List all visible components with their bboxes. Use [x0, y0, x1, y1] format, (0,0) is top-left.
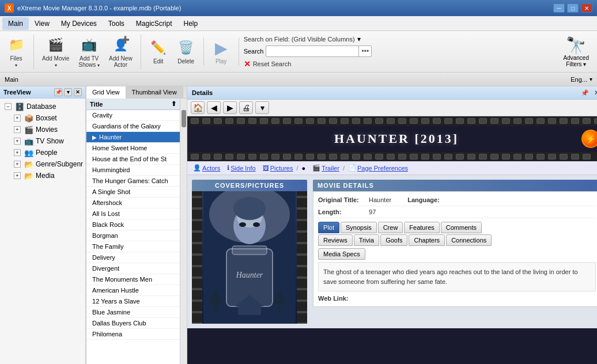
more-button[interactable]: ▾: [255, 101, 269, 114]
grid-row-black-rock[interactable]: Black Rock: [86, 219, 180, 230]
side-info-nav-link[interactable]: ℹ Side Info: [227, 164, 255, 172]
tab-grid-view[interactable]: Grid View: [86, 86, 126, 98]
filmhole: [306, 118, 314, 124]
menu-item-magicscript[interactable]: MagicScript: [130, 17, 178, 30]
menu-item-tools[interactable]: Tools: [103, 17, 130, 30]
grid-row-aftershock[interactable]: Aftershock: [86, 198, 180, 208]
filmhole-b: [398, 154, 406, 160]
grid-row-guardians[interactable]: Guardians of the Galaxy: [86, 121, 180, 132]
grid-row-the-family[interactable]: The Family: [86, 241, 180, 252]
tree-expand-people[interactable]: +: [14, 149, 21, 156]
tab-synopsis[interactable]: Synopsis: [341, 222, 377, 233]
tab-plot[interactable]: Plot: [318, 222, 339, 233]
tab-comments[interactable]: Comments: [441, 222, 482, 233]
files-button[interactable]: 📁 Files▾: [3, 35, 29, 69]
back-button[interactable]: ◀: [207, 101, 221, 114]
grid-panel: Grid View Thumbnail View Title ⬆ Gravity…: [86, 86, 187, 364]
grid-row-home-sweet[interactable]: Home Sweet Home: [86, 143, 180, 154]
grid-row-dallas[interactable]: Dallas Buyers Club: [86, 318, 180, 329]
filmhole: [387, 118, 395, 124]
grid-row-hunger-games[interactable]: The Hunger Games: Catch: [86, 176, 180, 187]
search-dots-button[interactable]: •••: [358, 46, 371, 56]
grid-row-single-shot[interactable]: A Single Shot: [86, 187, 180, 198]
toolbar-group-files: 📁 Files▾: [3, 35, 34, 69]
treeview-menu-button[interactable]: ▾: [64, 88, 72, 96]
add-tv-button[interactable]: 📺 Add TVShows ▾: [75, 35, 103, 69]
menu-item-main[interactable]: Main: [2, 17, 29, 30]
grid-row-delivery[interactable]: Delivery: [86, 252, 180, 263]
tab-crew[interactable]: Crew: [378, 222, 403, 233]
tab-features[interactable]: Features: [404, 222, 439, 233]
grid-row-philomena[interactable]: Philomena: [86, 329, 180, 340]
search-input[interactable]: [266, 47, 358, 56]
grid-row-divergent[interactable]: Divergent: [86, 263, 180, 274]
grid-row-blue-jasmine[interactable]: Blue Jasmine: [86, 307, 180, 318]
page-pref-nav-link[interactable]: 📄 Page Preferences: [348, 164, 408, 172]
grid-row-house[interactable]: House at the End of the St: [86, 154, 180, 165]
media-specs-button[interactable]: Media Specs: [318, 248, 365, 260]
filmhole-b: [502, 154, 510, 160]
play-button[interactable]: ▶ Play: [209, 37, 234, 66]
maximize-button[interactable]: □: [567, 3, 579, 13]
details-pin-button[interactable]: 📌: [580, 88, 590, 97]
tab-goofs[interactable]: Goofs: [380, 234, 407, 246]
grid-row-12-years[interactable]: 12 Years a Slave: [86, 296, 180, 307]
grid-row-all-is-lost[interactable]: All Is Lost: [86, 208, 180, 219]
treeview-pin-button[interactable]: 📌: [54, 88, 62, 96]
tv-icon: 📺: [24, 136, 33, 146]
grid-row-haunter[interactable]: ▶Haunter: [86, 132, 180, 143]
tree-item-genre[interactable]: + 📂 Genre/Subgenr: [0, 158, 85, 170]
tree-expand-genre[interactable]: +: [14, 161, 21, 168]
actors-nav-link[interactable]: 👤 Actors: [193, 164, 220, 172]
menu-item-view[interactable]: View: [29, 17, 55, 30]
delete-button[interactable]: 🗑️ Delete: [173, 37, 199, 66]
tab-reviews[interactable]: Reviews: [318, 234, 353, 246]
app-icon: X: [5, 3, 14, 13]
grid-column-header-title[interactable]: Title ⬆: [86, 98, 180, 110]
title-bar-controls: ─ □ ✕: [553, 3, 592, 13]
tree-expand-boxset[interactable]: +: [14, 115, 21, 122]
tree-expand-database[interactable]: −: [5, 103, 12, 110]
tree-expand-tv-show[interactable]: +: [14, 138, 21, 145]
tab-thumbnail-view[interactable]: Thumbnail View: [126, 86, 183, 98]
tree-item-boxset[interactable]: + 📦 Boxset: [0, 112, 85, 124]
tree-item-database[interactable]: − 🗄️ Database: [0, 101, 85, 112]
treeview-close-button[interactable]: ✕: [74, 88, 82, 96]
page-pref-nav-label: Page Preferences: [357, 165, 408, 172]
grid-row-borgman[interactable]: Borgman: [86, 230, 180, 241]
reset-search-button[interactable]: ✕ Reset Search: [244, 59, 554, 69]
filmhole: [375, 118, 383, 124]
trailer-nav-link[interactable]: 🎬 Trailer: [312, 164, 339, 172]
tab-connections[interactable]: Connections: [446, 234, 492, 246]
tab-trivia[interactable]: Trivia: [354, 234, 379, 246]
web-link-label: Web Link:: [318, 295, 596, 302]
edit-button[interactable]: ✏️ Edit: [146, 37, 171, 66]
add-actor-button[interactable]: 👤 ➕ Add NewActor: [105, 35, 136, 69]
tab-chapters[interactable]: Chapters: [409, 234, 445, 246]
details-close-button[interactable]: ✕: [592, 88, 597, 97]
tree-item-movies[interactable]: + 🎬 Movies: [0, 124, 85, 135]
forward-button[interactable]: ▶: [223, 101, 237, 114]
grid-row-monuments-men[interactable]: The Monuments Men: [86, 274, 180, 285]
grid-row-hummingbird[interactable]: Hummingbird: [86, 165, 180, 176]
grid-row-gravity[interactable]: Gravity: [86, 110, 180, 121]
minimize-button[interactable]: ─: [553, 3, 565, 13]
tree-expand-movies[interactable]: +: [14, 126, 21, 133]
filmhole: [260, 118, 268, 124]
pictures-nav-link[interactable]: 🖼 Pictures: [263, 165, 293, 172]
grid-row-american-hustle[interactable]: American Hustle: [86, 285, 180, 296]
print-button[interactable]: 🖨: [239, 101, 253, 114]
home-button[interactable]: 🏠: [191, 101, 205, 114]
tree-item-media[interactable]: + 📂 Media: [0, 170, 85, 181]
menu-item-my-devices[interactable]: My Devices: [55, 17, 103, 30]
tree-expand-media[interactable]: +: [14, 172, 21, 179]
advanced-filters-button[interactable]: 🔭 AdvancedFilters ▾: [559, 33, 594, 70]
menu-item-help[interactable]: Help: [178, 17, 204, 30]
tree-item-people[interactable]: + 👥 People: [0, 147, 85, 158]
grid-scrollbar[interactable]: [180, 98, 187, 364]
tree-item-tv-show[interactable]: + 📺 TV Show: [0, 135, 85, 147]
filmhole: [502, 118, 510, 124]
search-field-dropdown-icon[interactable]: ▾: [357, 35, 361, 43]
close-button[interactable]: ✕: [581, 3, 592, 13]
add-movie-button[interactable]: 🎬 Add Movie▾: [39, 35, 73, 69]
